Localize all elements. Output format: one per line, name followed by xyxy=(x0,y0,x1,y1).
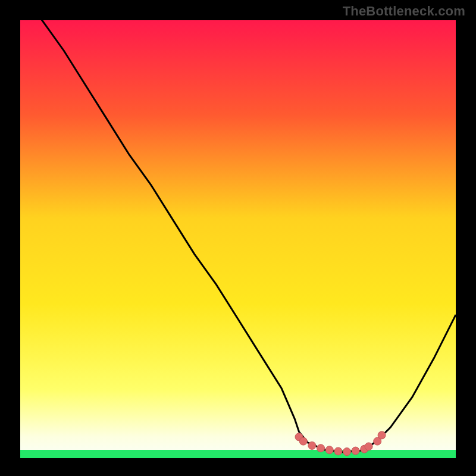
watermark-label: TheBottleneck.com xyxy=(343,4,465,19)
chart-stage: TheBottleneck.com xyxy=(0,0,476,476)
marker-point xyxy=(343,448,351,456)
marker-point xyxy=(308,441,316,449)
marker-point xyxy=(317,444,325,452)
marker-point xyxy=(299,437,307,445)
marker-point xyxy=(352,447,359,455)
marker-point xyxy=(378,431,386,439)
marker-point xyxy=(365,443,372,450)
bottleneck-chart xyxy=(0,0,476,476)
marker-point xyxy=(334,447,342,455)
green-band xyxy=(20,450,456,458)
marker-point xyxy=(325,446,333,454)
